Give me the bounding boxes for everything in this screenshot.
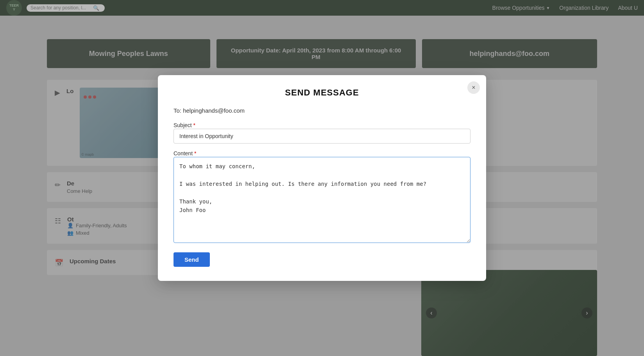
modal-recipient: To: helpinghands@foo.com: [174, 107, 470, 114]
content-field-label: Content *: [174, 150, 196, 156]
modal-title: SEND MESSAGE: [174, 88, 470, 98]
modal-overlay: × SEND MESSAGE To: helpinghands@foo.com …: [0, 0, 644, 356]
modal-close-button[interactable]: ×: [467, 81, 480, 94]
content-textarea[interactable]: To whom it may concern, I was interested…: [174, 157, 470, 243]
send-button[interactable]: Send: [174, 252, 210, 267]
subject-input[interactable]: [174, 129, 470, 144]
subject-field-label: Subject *: [174, 122, 195, 128]
subject-required-star: *: [193, 122, 195, 128]
content-required-star: *: [194, 150, 196, 156]
send-message-modal: × SEND MESSAGE To: helpinghands@foo.com …: [158, 75, 486, 281]
